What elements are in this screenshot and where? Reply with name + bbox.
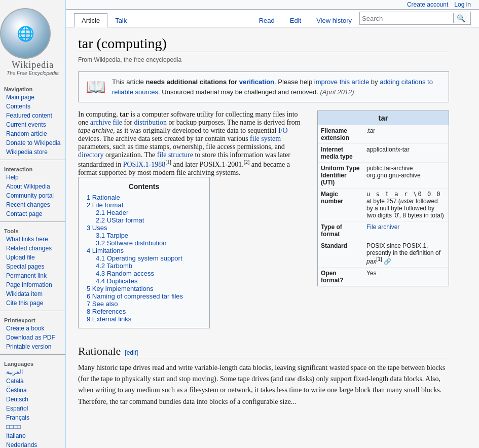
tab-bar: Article Talk Read Edit View history 🔍 (66, 10, 479, 27)
wikipedia-wordmark: Wikipedia (0, 60, 65, 70)
notice-verification-link[interactable]: verification (239, 78, 274, 86)
sidebar-item-featured-content[interactable]: Featured content (0, 111, 65, 120)
sidebar-item-what-links-here[interactable]: What links here (0, 235, 65, 244)
file-structure-link[interactable]: file structure (157, 151, 193, 159)
sidebar-item-lang-dutch[interactable]: Nederlands (0, 440, 65, 448)
rationale-edit-anchor[interactable]: [edit] (125, 349, 138, 356)
sidebar-item-page-info[interactable]: Page information (0, 280, 65, 289)
sidebar-item-contact[interactable]: Contact page (0, 209, 65, 218)
notice-date: (April 2012) (320, 88, 354, 96)
sidebar-item-special-pages[interactable]: Special pages (0, 262, 65, 271)
infobox-row-filename: Filename extension .tar (318, 125, 449, 144)
sidebar-item-lang-french[interactable]: Français (0, 413, 65, 422)
sidebar-item-help[interactable]: Help (0, 173, 65, 182)
distribution-link[interactable]: distribution (134, 119, 167, 126)
sidebar-item-lang-german[interactable]: Deutsch (0, 395, 65, 404)
infobox-title: tar (318, 111, 449, 125)
contents-title: Contents (87, 182, 201, 191)
tab-talk[interactable]: Talk (107, 13, 134, 27)
notice-box: 📖 This article needs additional citation… (78, 71, 449, 102)
contents-link-7[interactable]: 7 See also (87, 300, 118, 308)
sidebar-item-contents[interactable]: Contents (0, 102, 65, 111)
contents-link-3-1[interactable]: 3.1 Tarpipe (96, 232, 128, 239)
print-section: Print/export Create a book Download as P… (0, 313, 65, 352)
infobox-row-magic: Magic number u s t a r \0 0 0 at byte 25… (318, 189, 449, 221)
search-button[interactable]: 🔍 (453, 13, 468, 23)
contents-link-6[interactable]: 6 Naming of compressed tar files (87, 292, 183, 300)
sidebar-item-lang-japanese-box[interactable]: □□□□ (0, 422, 65, 431)
sidebar-item-printable[interactable]: Printable version (0, 342, 65, 351)
wikipedia-tagline: The Free Encyclopedia (0, 70, 65, 76)
sidebar-item-permanent-link[interactable]: Permanent link (0, 271, 65, 280)
infobox-label-filename: Filename extension (318, 125, 363, 144)
article: tar (computing) From Wikipedia, the free… (66, 27, 461, 416)
sidebar-item-download-pdf[interactable]: Download as PDF (0, 333, 65, 342)
contents-link-3-2[interactable]: 3.2 Software distribution (96, 239, 166, 247)
tab-view-history[interactable]: View history (309, 13, 359, 27)
contents-link-4-3[interactable]: 4.3 Random access (96, 270, 154, 277)
infobox-label-open-format: Open format? (318, 268, 363, 286)
directory-link[interactable]: directory (78, 151, 104, 159)
contents-link-4-2[interactable]: 4.2 Tarbomb (96, 262, 132, 270)
rationale-edit-link[interactable]: [edit] (125, 349, 138, 356)
infobox-row-media-type: Internet media type application/x-tar (318, 144, 449, 163)
archive-file-link[interactable]: archive file (90, 119, 122, 126)
tools-title: Tools (0, 226, 65, 235)
interaction-section: Interaction Help About Wikipedia Communi… (0, 162, 65, 219)
contents-link-5[interactable]: 5 Key implementations (87, 285, 154, 292)
sidebar-item-wikidata[interactable]: Wikidata item (0, 289, 65, 298)
log-in-link[interactable]: Log in (454, 1, 471, 8)
contents-link-1[interactable]: 1 Rationale (87, 194, 120, 201)
contents-link-2-1[interactable]: 2.1 Header (96, 209, 128, 216)
tab-read[interactable]: Read (251, 13, 282, 27)
sidebar-item-lang-czech[interactable]: Čeština (0, 386, 65, 395)
sidebar-divider-2 (0, 221, 65, 222)
io-link[interactable]: I/O (278, 127, 288, 134)
sidebar-item-random-article[interactable]: Random article (0, 129, 65, 138)
contents-sub-3: 3.1 Tarpipe 3.2 Software distribution (87, 232, 201, 247)
sidebar-item-related-changes[interactable]: Related changes (0, 244, 65, 253)
contents-link-8[interactable]: 8 References (87, 308, 126, 315)
sidebar-item-recent-changes[interactable]: Recent changes (0, 200, 65, 209)
sidebar-item-lang-arabic[interactable]: العربية (0, 367, 65, 377)
sidebar-item-create-book[interactable]: Create a book (0, 324, 65, 333)
tab-edit[interactable]: Edit (282, 13, 309, 27)
contents-link-9[interactable]: 9 External links (87, 315, 131, 323)
filesystem-link[interactable]: file system (250, 135, 281, 142)
sidebar-divider-4 (0, 354, 65, 355)
tab-article[interactable]: Article (74, 13, 107, 27)
sidebar-item-wikipedia-store[interactable]: Wikipedia store (0, 147, 65, 157)
infobox-file-archiver-link[interactable]: File archiver (366, 223, 399, 231)
article-subtitle: From Wikipedia, the free encyclopedia (78, 56, 449, 63)
sidebar-item-donate[interactable]: Donate to Wikipedia (0, 138, 65, 147)
contents-sub-4: 4.1 Operating system support 4.2 Tarbomb… (87, 254, 201, 285)
tools-section: Tools What links here Related changes Up… (0, 224, 65, 309)
sidebar-item-upload-file[interactable]: Upload file (0, 253, 65, 262)
contents-link-2[interactable]: 2 File format (87, 201, 123, 209)
contents-link-4-1[interactable]: 4.1 Operating system support (96, 254, 182, 262)
contents-item-3: 3 Uses 3.1 Tarpipe 3.2 Software distribu… (87, 224, 201, 247)
infobox-val-open-format: Yes (363, 268, 449, 286)
contents-link-4-4[interactable]: 4.4 Duplicates (96, 277, 137, 285)
navigation-section: Navigation Main page Contents Featured c… (0, 82, 65, 158)
navigation-title: Navigation (0, 84, 65, 93)
infobox: tar Filename extension .tar Internet med… (317, 110, 449, 286)
notice-text: This article needs additional citations … (112, 77, 441, 97)
contents-link-4[interactable]: 4 Limitations (87, 247, 124, 254)
sidebar-item-lang-italian[interactable]: Italiano (0, 431, 65, 440)
sidebar-item-about[interactable]: About Wikipedia (0, 182, 65, 191)
sidebar-item-current-events[interactable]: Current events (0, 120, 65, 129)
contents-link-2-2[interactable]: 2.2 UStar format (96, 216, 144, 224)
notice-improve-link[interactable]: improve this article (314, 78, 369, 86)
create-account-link[interactable]: Create account (407, 1, 448, 8)
sidebar-item-lang-spanish[interactable]: Español (0, 404, 65, 413)
sidebar-item-community-portal[interactable]: Community portal (0, 191, 65, 200)
infobox-label-uti: Uniform Type Identifier (UTI) (318, 163, 363, 189)
languages-section: Languages العربية Català Čeština Deutsch… (0, 357, 65, 448)
sidebar-item-cite-page[interactable]: Cite this page (0, 298, 65, 308)
sidebar-item-lang-catala[interactable]: Català (0, 377, 65, 386)
search-input[interactable] (362, 15, 453, 22)
posix-link[interactable]: POSIX.1-1988 (123, 161, 166, 168)
contents-link-3[interactable]: 3 Uses (87, 224, 107, 232)
sidebar-item-main-page[interactable]: Main page (0, 93, 65, 102)
